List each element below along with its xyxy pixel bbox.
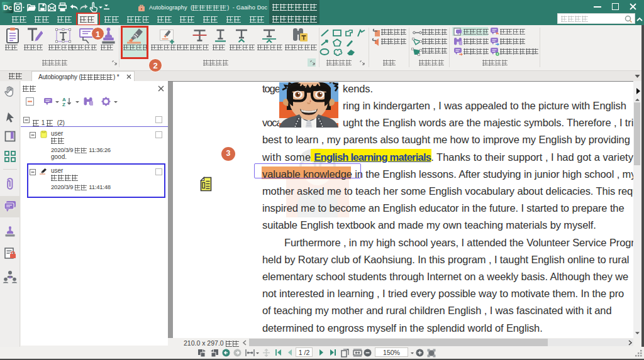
svg-text:Z: Z xyxy=(62,102,65,106)
